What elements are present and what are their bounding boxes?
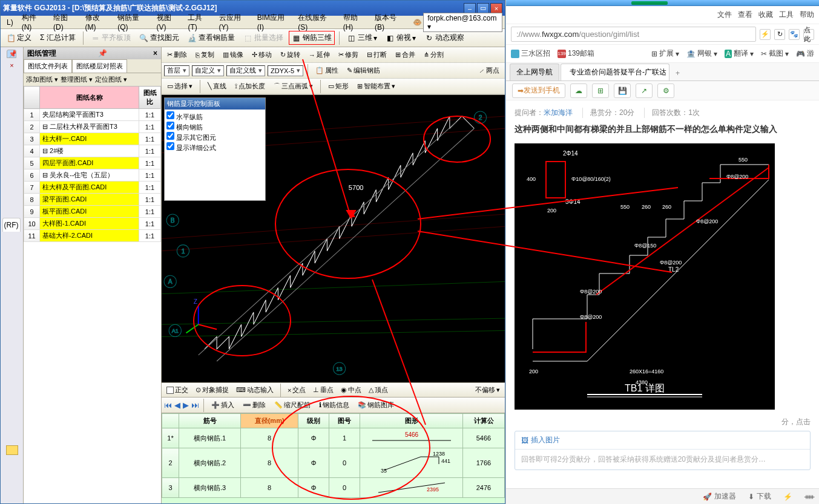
table-row[interactable]: 2⊟ 二层柱大样及平面图T31:1 xyxy=(24,121,161,133)
table-row[interactable]: 3柱大样一.CADI1:1 xyxy=(24,133,161,145)
cp-item-1[interactable]: 横向钢筋 xyxy=(166,122,263,132)
rebar-3d-button[interactable]: ▦钢筋三维 xyxy=(289,31,335,45)
user-email[interactable]: forpk.chen@163.com ▾ xyxy=(423,13,502,32)
menu-draw[interactable]: 绘图(D) xyxy=(50,11,80,33)
tool-bank[interactable]: 🏦网银▾ xyxy=(686,48,717,59)
menu-l[interactable]: L) xyxy=(3,17,17,28)
bm-fav[interactable]: 收藏 xyxy=(758,10,773,20)
locate-drawing-button[interactable]: 定位图纸 ▾ xyxy=(95,75,127,84)
osnap-toggle[interactable]: ⊙对象捕捉 xyxy=(193,385,231,395)
move-button[interactable]: ✢移动 xyxy=(249,48,275,61)
top-view-button[interactable]: ◧俯视▾ xyxy=(383,31,419,45)
copy-button[interactable]: ⎘复制 xyxy=(192,48,217,61)
menu-component[interactable]: 构件(N) xyxy=(18,11,48,33)
cp-item-3[interactable]: 显示详细公式 xyxy=(166,142,263,152)
addr-paw-icon[interactable]: 🐾 xyxy=(789,29,800,40)
rebar-info-button[interactable]: ℹ钢筋信息 xyxy=(316,399,352,411)
break-button[interactable]: ⊟打断 xyxy=(364,48,390,61)
panel-close-icon[interactable]: × xyxy=(153,49,157,57)
menu-rebar[interactable]: 钢筋量(Q) xyxy=(114,11,151,33)
tool-trans[interactable]: A翻译▾ xyxy=(725,48,754,59)
save-icon[interactable]: 💾 xyxy=(614,83,631,98)
table-row[interactable]: 6⊟ 吴永良--住宅（五层）1:1 xyxy=(24,169,161,182)
bm-tools[interactable]: 工具 xyxy=(779,10,794,20)
floor-select[interactable]: 首层 xyxy=(164,65,189,76)
addr-flash-icon[interactable]: ⚡ xyxy=(760,29,771,40)
table-row[interactable]: 10大样图-1.CADI1:1 xyxy=(24,218,161,230)
status-misc[interactable]: ᚔ xyxy=(804,493,814,501)
menu-tools[interactable]: 工具(T) xyxy=(184,11,214,33)
addr-refresh-icon[interactable]: ↻ xyxy=(774,29,785,40)
dynamic-observe-button[interactable]: ↻动态观察 xyxy=(421,31,467,45)
rotate-button[interactable]: ↻旋转 xyxy=(277,48,303,61)
merge-button[interactable]: ⊞合并 xyxy=(392,48,418,61)
addr-hit-icon[interactable]: 点此 xyxy=(803,29,814,40)
status-download[interactable]: ⬇下载 xyxy=(748,491,771,502)
cp-item-2[interactable]: 显示其它图元 xyxy=(166,132,263,142)
bookmark-139[interactable]: 139139邮箱 xyxy=(558,48,594,59)
status-accelerator[interactable]: 🚀加速器 xyxy=(703,491,736,502)
rebar-row[interactable]: 2横向钢筋.28Φ01238441351766 xyxy=(162,448,505,478)
table-row[interactable]: 11基础大样-2.CADI1:1 xyxy=(24,230,161,242)
nav-last[interactable]: ⏭ xyxy=(191,401,199,410)
rect-button[interactable]: ▭矩形 xyxy=(325,80,352,93)
bm-file[interactable]: 文件 xyxy=(717,10,732,20)
tool-snip[interactable]: ✂截图▾ xyxy=(761,48,789,59)
snap-perp[interactable]: ⊥垂点 xyxy=(311,385,336,395)
delete-button[interactable]: ✂删除 xyxy=(164,48,190,61)
gear-icon[interactable]: ⚙ xyxy=(657,83,674,98)
nav-prev[interactable]: ◀ xyxy=(174,401,180,410)
menu-version[interactable]: 版本号(B) xyxy=(371,11,408,33)
zdyx-select[interactable]: ZDYX-5 xyxy=(268,65,303,76)
table-row[interactable]: 9板平面图.CADI1:1 xyxy=(24,206,161,218)
snap-apex[interactable]: △顶点 xyxy=(366,385,390,395)
ortho-toggle[interactable]: 正交 xyxy=(164,385,191,395)
no-offset-select[interactable]: 不偏移▾ xyxy=(473,385,502,395)
rebar-lib-button[interactable]: 📚钢筋图库 xyxy=(355,399,397,411)
left-bottom-icon[interactable] xyxy=(6,445,18,455)
mirror-button[interactable]: ▥镜像 xyxy=(220,48,246,61)
cloud-icon[interactable]: ☁ xyxy=(570,83,587,98)
insert-image-button[interactable]: 🖼 插入图片 xyxy=(515,431,810,449)
split-button[interactable]: ⋔分割 xyxy=(421,48,447,61)
rebar-row[interactable]: 1*横向钢筋.18Φ154665466 xyxy=(162,428,505,448)
menu-view[interactable]: 视图(V) xyxy=(153,11,183,33)
find-elem-button[interactable]: 🔍查找图元 xyxy=(136,31,182,45)
cp-item-0[interactable]: 水平纵筋 xyxy=(166,111,263,122)
snap-intersect[interactable]: ×交点 xyxy=(285,385,308,395)
arc3-button[interactable]: ⌒三点画弧▾ xyxy=(271,80,316,93)
flat-top-button[interactable]: ═平齐板顶 xyxy=(88,31,134,45)
scale-rebar-button[interactable]: 📏缩尺配筋 xyxy=(271,399,314,411)
bm-help[interactable]: 帮助 xyxy=(800,10,814,20)
table-row[interactable]: 4⊟ 2#楼1:1 xyxy=(24,145,161,157)
tab-question[interactable]: 专业造价问题答疑平台-广联达× xyxy=(561,64,669,80)
tab-floor-compare[interactable]: 图纸楼层对照表 xyxy=(72,59,127,73)
nav-first[interactable]: ⏮ xyxy=(164,401,172,410)
edit-rebar-button[interactable]: ✎编辑钢筋 xyxy=(344,64,383,77)
export-icon[interactable]: ↗ xyxy=(636,83,653,98)
viewport[interactable]: 钢筋显示控制面板 水平纵筋 横向钢筋 显示其它图元 显示详细公式 xyxy=(162,95,505,382)
add-drawing-button[interactable]: 添加图纸 ▾ xyxy=(26,75,58,84)
delete-row-button[interactable]: ➖删除 xyxy=(240,399,269,411)
asker-link[interactable]: 米加海洋 xyxy=(544,108,573,117)
two-point-button[interactable]: ⟋两点 xyxy=(475,64,502,77)
sum-button[interactable]: Σ 汇总计算 xyxy=(37,31,79,45)
custom-line-select[interactable]: 自定义线 xyxy=(226,65,265,76)
tool-ext[interactable]: ⊞扩展▾ xyxy=(651,48,679,59)
menu-help[interactable]: 帮助(H) xyxy=(340,11,370,33)
left-pin-icon[interactable]: 📌 xyxy=(7,50,16,58)
batch-select-button[interactable]: ⬚批量选择 xyxy=(240,31,286,45)
extend-button[interactable]: →延伸 xyxy=(306,48,333,61)
table-row[interactable]: 1夹层结构梁平面图T31:1 xyxy=(24,109,161,121)
insert-row-button[interactable]: ➕插入 xyxy=(208,399,237,411)
menu-modify[interactable]: 修改(M) xyxy=(82,11,113,33)
dyn-input-toggle[interactable]: ⌨动态输入 xyxy=(234,385,276,395)
props-button[interactable]: 📋属性 xyxy=(312,64,341,77)
left-x[interactable]: × xyxy=(10,62,13,69)
status-quick[interactable]: ⚡ xyxy=(783,493,792,501)
table-row[interactable]: 8梁平面图.CADI1:1 xyxy=(24,194,161,206)
menu-bim[interactable]: BIM应用(I) xyxy=(254,11,294,33)
rebar-row[interactable]: 3横向钢筋.38Φ023952476 xyxy=(162,478,505,498)
table-row[interactable]: 5四层平面图.CADI1:1 xyxy=(24,157,161,169)
bm-view[interactable]: 查看 xyxy=(738,10,752,20)
